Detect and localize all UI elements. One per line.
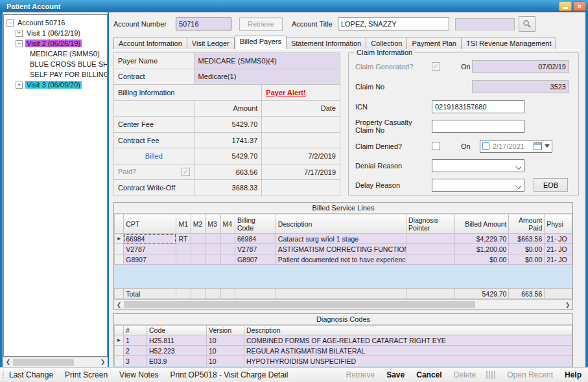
print-visit-charge-detail-link[interactable]: Print OP5018 - Visit Charge Detail bbox=[171, 370, 288, 379]
collapse-icon[interactable]: − bbox=[6, 19, 14, 27]
cell-num[interactable]: 1 bbox=[124, 335, 147, 346]
cell-m2[interactable] bbox=[191, 234, 205, 244]
col-header-diagnosis-pointer[interactable]: Diagnosis Pointer bbox=[406, 214, 454, 234]
cell-billing-code[interactable]: G8907 bbox=[235, 254, 276, 265]
cell-cpt[interactable]: 66984 bbox=[124, 234, 176, 244]
last-change-link[interactable]: Last Change bbox=[9, 370, 53, 379]
save-command[interactable]: Save bbox=[386, 370, 405, 379]
diagnosis-row[interactable]: 2 H52.223 10 REGULAR ASTIGMATISM BILATER… bbox=[115, 346, 572, 356]
tab-tsi-revenue-management[interactable]: TSI Revenue Management bbox=[462, 38, 556, 49]
denial-reason-select[interactable] bbox=[432, 159, 524, 172]
eob-button[interactable]: EOB bbox=[534, 178, 568, 192]
tree-node-bcbs-label[interactable]: BLUE CROSS BLUE SH bbox=[29, 60, 108, 68]
col-header-amount-paid[interactable]: Amount Paid bbox=[509, 214, 545, 234]
tab-collection[interactable]: Collection bbox=[366, 38, 407, 49]
col-header-num[interactable]: # bbox=[124, 326, 147, 335]
scroll-left-icon[interactable]: ❮ bbox=[3, 359, 13, 365]
cell-billed-amount[interactable]: $1,200.00 bbox=[455, 244, 509, 254]
cell-physician[interactable]: 21- JO bbox=[545, 244, 572, 254]
expand-icon[interactable]: + bbox=[16, 82, 23, 89]
date-enable-checkbox[interactable] bbox=[482, 142, 489, 150]
cell-m2[interactable] bbox=[191, 244, 205, 254]
cell-m1[interactable]: RT bbox=[176, 234, 191, 244]
tab-statement-information[interactable]: Statement Information bbox=[287, 38, 366, 49]
cell-cpt[interactable]: V2787 bbox=[124, 244, 176, 254]
print-screen-link[interactable]: Print Screen bbox=[65, 370, 108, 379]
tree-node-account-label[interactable]: Account 50716 bbox=[16, 19, 66, 27]
property-casualty-input[interactable] bbox=[432, 120, 524, 133]
cell-description[interactable]: COMBINED FORMS OF AGE-RELATED CATARACT R… bbox=[244, 335, 572, 346]
col-header-version[interactable]: Version bbox=[207, 326, 244, 335]
scroll-thumb[interactable] bbox=[124, 301, 475, 308]
cell-num[interactable]: 3 bbox=[124, 356, 147, 366]
cell-m2[interactable] bbox=[191, 254, 205, 265]
cell-billed-amount[interactable]: $0.00 bbox=[455, 254, 509, 265]
cell-code[interactable]: E03.9 bbox=[147, 356, 207, 366]
scroll-right-icon[interactable]: ❯ bbox=[563, 302, 572, 308]
cell-diagnosis-pointer[interactable] bbox=[406, 244, 454, 254]
col-header-description[interactable]: Description bbox=[244, 326, 572, 335]
retrieve-button[interactable]: Retrieve bbox=[239, 17, 283, 31]
cell-code[interactable]: H25.811 bbox=[147, 335, 207, 346]
col-header-m4[interactable]: M4 bbox=[220, 214, 235, 234]
service-lines-horizontal-scrollbar[interactable]: ❮ ❯ bbox=[114, 299, 572, 309]
scroll-left-icon[interactable]: ❮ bbox=[114, 302, 124, 308]
tree-node-bcbs[interactable]: BLUE CROSS BLUE SH bbox=[29, 59, 107, 69]
diagnosis-row[interactable]: ► 1 H25.811 10 COMBINED FORMS OF AGE-REL… bbox=[115, 335, 572, 346]
view-notes-link[interactable]: View Notes bbox=[119, 370, 158, 379]
tree-node-account[interactable]: − Account 50716 bbox=[6, 17, 107, 28]
denied-on-datepicker[interactable]: 2/17/2021 bbox=[480, 140, 552, 153]
cell-diagnosis-pointer[interactable] bbox=[406, 234, 454, 244]
cell-m1[interactable] bbox=[176, 244, 191, 254]
cell-code[interactable]: H52.223 bbox=[147, 346, 207, 356]
cell-num[interactable]: 2 bbox=[124, 346, 147, 356]
cell-version[interactable]: 10 bbox=[207, 346, 244, 356]
col-header-m2[interactable]: M2 bbox=[191, 214, 205, 234]
cell-physician[interactable]: 21- JO bbox=[545, 234, 572, 244]
tree-node-visit1[interactable]: + Visit 1 (06/12/19) bbox=[16, 28, 107, 38]
col-header-m3[interactable]: M3 bbox=[206, 214, 220, 234]
cell-m3[interactable] bbox=[206, 254, 220, 265]
chevron-down-icon[interactable] bbox=[545, 144, 550, 148]
tab-billed-payers[interactable]: Billed Payers bbox=[235, 36, 287, 49]
tree-node-visit1-label[interactable]: Visit 1 (06/12/19) bbox=[25, 29, 82, 37]
tree-node-visit2-label[interactable]: Visit 2 (06/26/19) bbox=[25, 39, 82, 47]
minimize-button[interactable] bbox=[559, 1, 572, 11]
tree-node-selfpay-label[interactable]: SELF PAY FOR BILLING bbox=[29, 71, 108, 78]
delay-reason-select[interactable] bbox=[432, 179, 524, 192]
cell-description[interactable]: Patient documented not to have experienc… bbox=[276, 254, 406, 265]
claim-generated-checkbox[interactable]: ✓ bbox=[432, 62, 440, 71]
tree-node-visit2[interactable]: − Visit 2 (06/26/19) bbox=[16, 38, 107, 49]
cell-amount-paid[interactable]: $663.56 bbox=[509, 234, 545, 244]
calendar-icon[interactable] bbox=[534, 142, 542, 150]
cell-version[interactable]: 10 bbox=[207, 356, 244, 366]
service-line-row[interactable]: G8907 G8907 Patient documented not to ha… bbox=[115, 254, 572, 265]
payer-alert-link[interactable]: Payer Alert! bbox=[266, 89, 305, 96]
account-title-field[interactable]: LOPEZ, SNAZZY bbox=[338, 17, 449, 30]
search-button[interactable] bbox=[519, 16, 535, 32]
col-header-m1[interactable]: M1 bbox=[176, 214, 191, 234]
tree-node-medicare-label[interactable]: MEDICARE (SMMS0) bbox=[29, 50, 101, 58]
tree-scroll-thumb[interactable] bbox=[13, 359, 74, 366]
cell-cpt[interactable]: G8907 bbox=[124, 254, 176, 265]
claim-denied-checkbox[interactable] bbox=[432, 142, 440, 150]
cell-amount-paid[interactable]: $0.00 bbox=[509, 244, 545, 254]
col-header-description[interactable]: Description bbox=[276, 214, 406, 234]
cell-physician[interactable]: 21- JO bbox=[545, 254, 572, 265]
cell-m4[interactable] bbox=[220, 244, 235, 254]
service-line-row[interactable]: ► 66984 RT 66984 Cataract surg w/iol 1 s… bbox=[115, 234, 572, 244]
cell-description[interactable]: Cataract surg w/iol 1 stage bbox=[276, 234, 406, 244]
cell-billed-amount[interactable]: $4,229.70 bbox=[455, 234, 509, 244]
diagnosis-row[interactable]: 3 E03.9 10 HYPOTHYROIDISM UNSPECIFIED bbox=[115, 356, 572, 366]
cell-amount-paid[interactable]: $0.00 bbox=[509, 254, 545, 265]
tree-scroll-track[interactable] bbox=[13, 358, 98, 366]
billed-link[interactable]: Billed bbox=[118, 152, 190, 160]
col-header-billing-code[interactable]: Billing Code bbox=[235, 214, 276, 234]
help-command[interactable]: Help bbox=[565, 370, 582, 379]
scroll-right-icon[interactable]: ❯ bbox=[98, 359, 108, 365]
paid-checkbox[interactable]: ✓ bbox=[182, 168, 190, 176]
cell-m4[interactable] bbox=[220, 234, 235, 244]
cell-description[interactable]: REGULAR ASTIGMATISM BILATERAL bbox=[244, 346, 572, 356]
col-header-cpt[interactable]: CPT bbox=[124, 214, 176, 234]
quick-search-field[interactable] bbox=[455, 18, 515, 30]
